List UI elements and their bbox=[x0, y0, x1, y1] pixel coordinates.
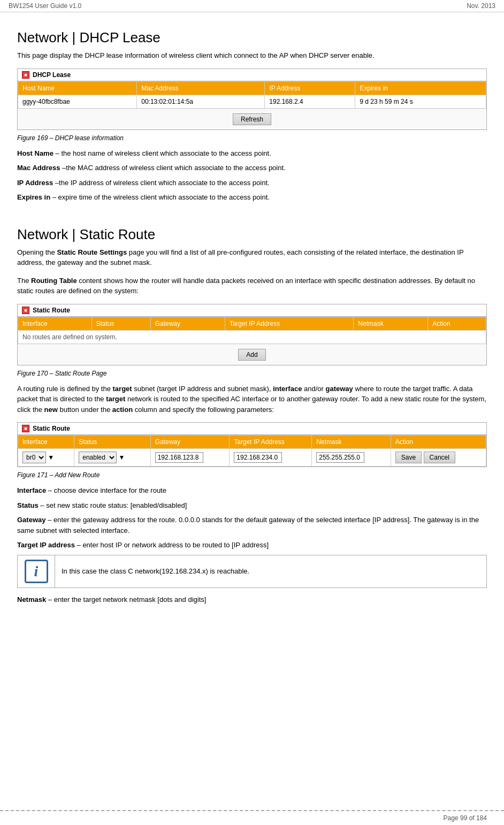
def-mac-sep: – bbox=[60, 164, 66, 172]
def-hostname: Host Name – the host name of wireless cl… bbox=[17, 148, 487, 159]
static-route-panel2: ■ Static Route Interface Status Gateway … bbox=[17, 422, 487, 467]
dhcp-col-expires: Expires in bbox=[355, 81, 486, 95]
interface-bold: interface bbox=[273, 385, 302, 393]
route2-edit-row: br0 ▼ enabled disabled ▼ bbox=[18, 449, 486, 467]
def-expires-term: Expires in bbox=[17, 193, 50, 201]
header-left: BW1254 User Guide v1.0 bbox=[9, 2, 81, 10]
def-expires-desc: expire time of the wireless client which… bbox=[58, 193, 270, 201]
def-mac: Mac Address –the MAC address of wireless… bbox=[17, 163, 487, 173]
def-interface: Interface – choose device interface for … bbox=[17, 485, 487, 496]
def-gateway: Gateway – enter the gateway address for … bbox=[17, 515, 487, 536]
target-ip-input[interactable] bbox=[234, 452, 282, 463]
def-status-desc: set new static route status: [enabled/di… bbox=[46, 501, 187, 509]
header: BW1254 User Guide v1.0 Nov. 2013 bbox=[0, 0, 504, 12]
route1-col-interface: Interface bbox=[18, 317, 92, 330]
def-target-ip-term: Target IP address bbox=[17, 541, 75, 549]
route2-netmask-cell bbox=[312, 449, 391, 467]
dhcp-button-row: Refresh bbox=[18, 109, 486, 129]
gateway-input[interactable] bbox=[155, 452, 203, 463]
route2-interface-cell: br0 ▼ bbox=[18, 449, 74, 467]
section1-description: This page display the DHCP lease informa… bbox=[17, 50, 487, 61]
dhcp-panel-label: DHCP Lease bbox=[33, 71, 71, 79]
section1-title: Network | DHCP Lease bbox=[17, 29, 487, 46]
route2-target-cell bbox=[230, 449, 312, 467]
target-bold2: target bbox=[106, 395, 125, 403]
def-mac-desc: the MAC address of wireless client which… bbox=[66, 164, 285, 172]
def-hostname-term: Host Name bbox=[17, 149, 54, 157]
interface-select[interactable]: br0 bbox=[22, 452, 46, 463]
static-route-panel2-icon: ■ bbox=[22, 425, 29, 432]
figure171-caption: Figure 171 – Add New Route bbox=[17, 471, 487, 479]
status-select[interactable]: enabled disabled bbox=[79, 452, 117, 463]
figure169-caption: Figure 169 – DHCP lease information bbox=[17, 134, 487, 142]
section2-body: A routing rule is defined by the target … bbox=[17, 384, 487, 415]
section2-title: Network | Static Route bbox=[17, 226, 487, 243]
def-netmask-desc: enter the target network netmask [dots a… bbox=[54, 595, 207, 604]
dhcp-cell-mac: 00:13:02:01:14:5a bbox=[137, 95, 265, 108]
footer: Page 99 of 184 bbox=[0, 810, 504, 825]
def-netmask-term: Netmask bbox=[17, 595, 46, 604]
route2-col-status: Status bbox=[74, 436, 150, 449]
route1-col-action: Action bbox=[428, 317, 486, 330]
add-button[interactable]: Add bbox=[238, 349, 265, 361]
route2-col-target: Target IP Address bbox=[230, 436, 312, 449]
def-gateway-desc: enter the gateway address for the route.… bbox=[17, 516, 479, 534]
route2-action-cell: Save Cancel bbox=[391, 449, 486, 467]
add-route-button-row: Add bbox=[18, 344, 486, 365]
def-status: Status – set new static route status: [e… bbox=[17, 500, 487, 511]
dhcp-cell-ip: 192.168.2.4 bbox=[265, 95, 355, 108]
info-note-text: In this case the class C network(192.168… bbox=[55, 555, 487, 587]
dhcp-table: Host Name Mac Address IP Address Expires… bbox=[18, 81, 486, 109]
figure170-caption: Figure 170 – Static Route Page bbox=[17, 370, 487, 377]
dhcp-lease-panel: ■ DHCP Lease Host Name Mac Address IP Ad… bbox=[17, 68, 487, 130]
route2-col-interface: Interface bbox=[18, 436, 74, 449]
gateway-bold: gateway bbox=[325, 385, 353, 393]
route2-col-netmask: Netmask bbox=[312, 436, 391, 449]
def-interface-desc: choose device interface for the route bbox=[54, 486, 166, 494]
no-routes-row: No routes are defined on system. bbox=[18, 330, 486, 343]
cancel-button[interactable]: Cancel bbox=[424, 452, 455, 463]
dhcp-panel-titlebar: ■ DHCP Lease bbox=[18, 69, 486, 81]
route1-col-status: Status bbox=[91, 317, 150, 330]
def-interface-term: Interface bbox=[17, 486, 46, 494]
target-bold1: target bbox=[113, 385, 132, 393]
refresh-button[interactable]: Refresh bbox=[233, 113, 271, 125]
page-info: Page 99 of 184 bbox=[444, 814, 487, 822]
new-bold: new bbox=[44, 406, 58, 414]
route1-col-netmask: Netmask bbox=[354, 317, 428, 330]
def-status-term: Status bbox=[17, 501, 39, 509]
static-route-panel1-label: Static Route bbox=[33, 307, 70, 314]
route2-gateway-cell bbox=[150, 449, 230, 467]
dhcp-col-mac: Mac Address bbox=[137, 81, 265, 95]
def-hostname-desc: the host name of wireless client which a… bbox=[61, 149, 271, 157]
route1-col-target: Target IP Address bbox=[225, 317, 354, 330]
dhcp-cell-hostname: ggyy-40fbc8fbae bbox=[18, 95, 137, 108]
static-route-panel2-label: Static Route bbox=[33, 425, 70, 432]
def-target-ip-desc: enter host IP or network address to be r… bbox=[82, 541, 269, 549]
route2-col-gateway: Gateway bbox=[150, 436, 230, 449]
def-mac-term: Mac Address bbox=[17, 164, 60, 172]
static-route-table2: Interface Status Gateway Target IP Addre… bbox=[18, 435, 486, 467]
table-row: ggyy-40fbc8fbae 00:13:02:01:14:5a 192.16… bbox=[18, 95, 486, 108]
info-icon-cell: i bbox=[18, 555, 55, 587]
info-icon: i bbox=[25, 560, 48, 583]
def-ipaddress-desc: the IP address of wireless client which … bbox=[59, 179, 270, 187]
def-ipaddress: IP Address –the IP address of wireless c… bbox=[17, 178, 487, 188]
interface-dropdown-icon: ▼ bbox=[48, 454, 54, 461]
def-netmask: Netmask – enter the target network netma… bbox=[17, 594, 487, 605]
static-route-panel1: ■ Static Route Interface Status Gateway … bbox=[17, 304, 487, 365]
static-route-panel1-titlebar: ■ Static Route bbox=[18, 304, 486, 317]
static-route-table1: Interface Status Gateway Target IP Addre… bbox=[18, 317, 486, 344]
static-route-settings-bold: Static Route Settings bbox=[57, 248, 127, 256]
dhcp-col-ip: IP Address bbox=[265, 81, 355, 95]
action-bold: action bbox=[112, 406, 133, 414]
header-right: Nov. 2013 bbox=[467, 2, 495, 10]
def-target-ip: Target IP address – enter host IP or net… bbox=[17, 540, 487, 551]
netmask-input[interactable] bbox=[316, 452, 364, 463]
def-hostname-sep: – bbox=[54, 149, 61, 157]
routing-table-bold: Routing Table bbox=[31, 277, 77, 285]
route2-col-action: Action bbox=[391, 436, 486, 449]
def-gateway-term: Gateway bbox=[17, 516, 45, 524]
dhcp-panel-icon: ■ bbox=[22, 71, 29, 79]
save-button[interactable]: Save bbox=[395, 452, 422, 463]
